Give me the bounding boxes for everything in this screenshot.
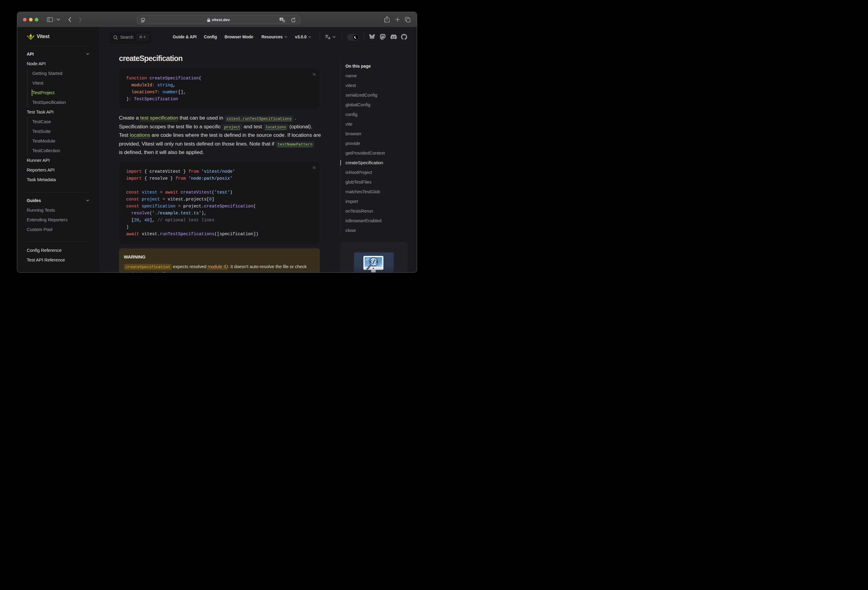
- svg-text:A: A: [280, 18, 282, 21]
- svg-text:A: A: [328, 36, 330, 40]
- svg-text:x: x: [283, 20, 284, 22]
